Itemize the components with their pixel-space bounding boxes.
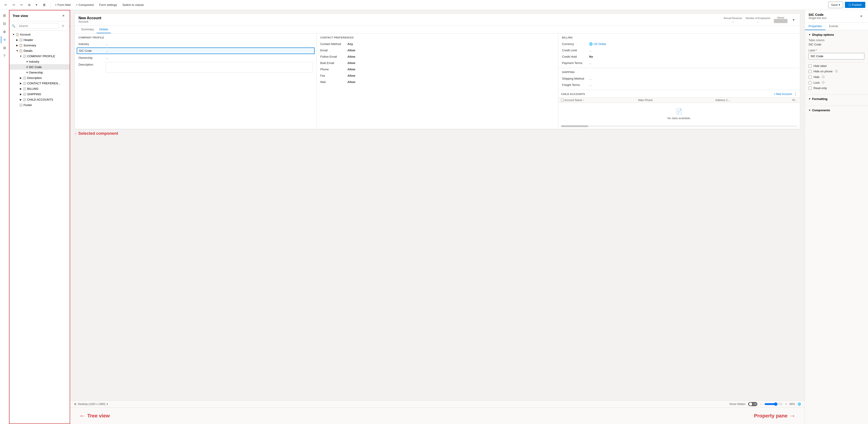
sidebar-item-industry[interactable]: ▶ ≡ Industry (9, 59, 70, 64)
payment-terms-value: ... (589, 61, 592, 65)
switch-classic-button[interactable]: Switch to classic (121, 2, 146, 7)
expand-arrow-shipping[interactable]: ▶ (19, 92, 23, 96)
sidebar-item-contact-pref[interactable]: ▶ ⬜ CONTACT PREFEREN... (9, 80, 70, 86)
component-button[interactable]: + Component (74, 2, 95, 7)
expand-arrow-account[interactable]: ▼ (12, 33, 16, 36)
sidebar-item-label-industry: Industry (29, 60, 39, 63)
sidebar-item-child-accounts[interactable]: ▶ ⬜ CHILD ACCOUNTS (9, 97, 70, 102)
icon-bar-layers[interactable]: ≡ (1, 36, 8, 43)
icon-bar-search[interactable]: ⊕ (1, 28, 8, 35)
more-button[interactable]: ▾ (34, 2, 39, 7)
expand-arrow-header[interactable]: ▶ (16, 38, 19, 42)
no-data-text: No data available. (564, 117, 795, 120)
expand-arrow-details[interactable]: ▼ (16, 49, 19, 53)
tab-events[interactable]: Events (826, 23, 842, 30)
sidebar-close-button[interactable]: ✕ (60, 13, 66, 18)
field-phone: Phone Allow (317, 66, 558, 72)
expand-arrow-description[interactable]: ▶ (19, 76, 23, 79)
search-input[interactable] (17, 23, 59, 29)
child-accounts-title: CHILD ACCOUNTS (561, 93, 585, 95)
undo-button[interactable]: ↩ (3, 2, 9, 7)
save-button[interactable]: Save ▾ (828, 2, 843, 8)
tab-properties[interactable]: Properties (805, 23, 826, 30)
form-header-chevron[interactable]: ▾ (791, 17, 796, 22)
sidebar-item-description[interactable]: ▶ ⬜ Description (9, 75, 70, 80)
sidebar-item-company-profile[interactable]: ▼ ⬜ COMPANY PROFILE (9, 53, 70, 59)
publish-button[interactable]: ⬡ Publish (845, 2, 865, 8)
components-title: Components (812, 108, 830, 112)
expand-arrow-billing[interactable]: ▶ (19, 87, 23, 91)
tab-summary[interactable]: Summary (79, 26, 97, 33)
expand-arrow-child[interactable]: ▶ (19, 98, 23, 101)
tab-details[interactable]: Details (97, 26, 111, 33)
sort-button[interactable]: ⋯ (67, 24, 70, 29)
desktop-chevron[interactable]: ▾ (106, 402, 108, 406)
scrollbar-thumb[interactable] (561, 125, 588, 127)
description-field: Description (75, 61, 316, 74)
filter-button[interactable]: ▽ (60, 24, 66, 29)
field-icon-sic: ≡ (26, 65, 28, 69)
formatting-header[interactable]: ▼ Formatting (808, 97, 864, 101)
new-account-button[interactable]: + New Account (774, 93, 792, 96)
lock-checkbox[interactable] (808, 81, 812, 84)
table-icon-details: 📋 (19, 49, 23, 53)
icon-bar-settings[interactable]: ⚙ (1, 44, 8, 52)
sidebar-item-billing[interactable]: ▶ ⬜ BILLING (9, 86, 70, 91)
expand-arrow-contact[interactable]: ▶ (19, 81, 23, 85)
formatting-title: Formatting (812, 97, 828, 101)
phone-label: Phone (320, 68, 347, 71)
sidebar-item-sic-code[interactable]: ▶ ≡ SIC Code (9, 64, 70, 70)
sidebar-item-header[interactable]: ▶ ⬜ Header (9, 37, 70, 42)
icon-bar-grid[interactable]: ⊟ (1, 20, 8, 27)
expand-arrow-company[interactable]: ▼ (19, 54, 23, 58)
field-icon-ownership: ≡ (26, 71, 28, 74)
undo-icon: ↩ (4, 3, 7, 6)
form-field-button[interactable]: + Form field (53, 2, 72, 7)
hide-checkbox[interactable] (808, 75, 812, 79)
cut-button[interactable]: ✂ (19, 2, 25, 7)
redo-button[interactable]: ↪ (11, 2, 17, 7)
sidebar-item-ownership[interactable]: ▶ ≡ Ownership (9, 70, 70, 75)
canvas-area: New Account Account Annual Revenue ... N… (70, 10, 805, 424)
col-account-name: Account Name ↑ (561, 99, 638, 102)
horizontal-scrollbar[interactable] (561, 125, 797, 127)
zoom-minus[interactable]: − (760, 402, 762, 406)
formatting-section: ▼ Formatting (805, 95, 868, 106)
sidebar-item-summary[interactable]: ▶ 📋 Summary (9, 42, 70, 48)
label-input[interactable] (808, 53, 864, 60)
right-panel: SIC Code Single-line text ✕ Properties E… (805, 10, 868, 424)
delete-button[interactable]: 🗑 (41, 2, 48, 7)
icon-bar-help[interactable]: ? (1, 53, 8, 60)
shipping-section: SHIPPING Shipping Method ... Freight Ter… (558, 68, 800, 90)
description-box[interactable] (106, 62, 313, 73)
annual-revenue-value: ... (724, 20, 742, 23)
field-sic-code-highlighted[interactable]: SIC Code ... (77, 47, 315, 54)
display-options-header[interactable]: ▼ Display options (808, 33, 864, 36)
main-layout: ⊞ ⊟ ⊕ ≡ ⚙ ? Tree view ✕ 🔍 ▽ ⋯ ▼ 📋 Accoun… (0, 10, 868, 424)
child-more-button[interactable]: ⋮ (794, 92, 797, 96)
right-column: BILLING Currency 🌐 US Dollar Credit Limi… (558, 33, 800, 129)
sidebar-item-account[interactable]: ▼ 📋 Account (9, 32, 70, 37)
read-only-checkbox[interactable] (808, 87, 812, 90)
hide-label-checkbox[interactable] (808, 64, 812, 68)
shipping-method-value: ... (589, 77, 592, 80)
select-all-checkbox[interactable] (561, 99, 564, 101)
field-icon-industry: ≡ (26, 60, 28, 63)
industry-label: Industry (79, 42, 106, 46)
toggle-switch[interactable]: Off (748, 402, 757, 406)
panel-close-button[interactable]: ✕ (858, 13, 864, 19)
zoom-slider[interactable] (765, 402, 782, 406)
icon-bar-home[interactable]: ⊞ (1, 12, 8, 19)
sidebar-item-details[interactable]: ▼ 📋 Details (9, 48, 70, 53)
copy-button[interactable]: ⧉ (27, 2, 32, 8)
expand-arrow-summary[interactable]: ▶ (16, 43, 19, 47)
field-credit-hold: Credit Hold No (558, 53, 800, 60)
hide-on-phone-checkbox[interactable] (808, 70, 812, 73)
components-header[interactable]: ▼ Components (808, 108, 864, 112)
zoom-plus[interactable]: + (785, 402, 787, 406)
save-dropdown-icon[interactable]: ▾ (839, 3, 840, 6)
form-settings-button[interactable]: Form settings (97, 2, 119, 7)
sidebar-item-footer[interactable]: ▶ ⬜ Footer (9, 102, 70, 108)
billing-section: BILLING Currency 🌐 US Dollar Credit Limi… (558, 33, 800, 68)
sidebar-item-shipping[interactable]: ▶ ⬜ SHIPPING (9, 91, 70, 97)
